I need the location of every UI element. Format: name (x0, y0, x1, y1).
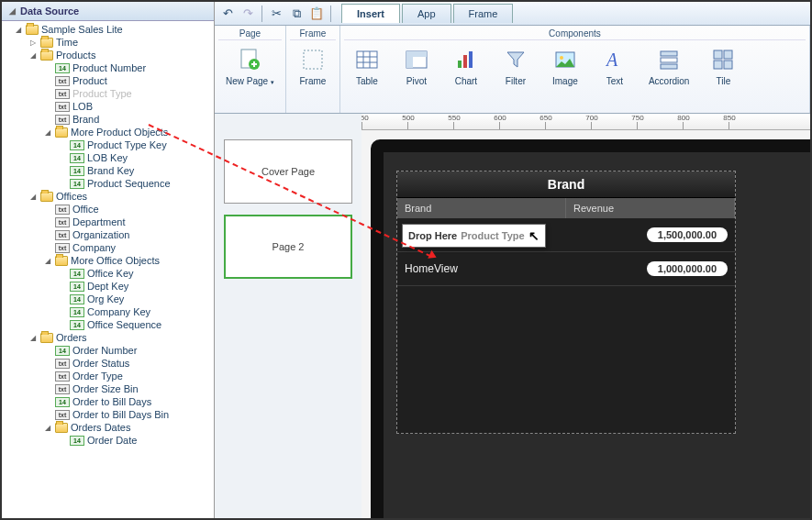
expand-icon[interactable]: ◢ (43, 424, 52, 432)
tree-field[interactable]: 14Product Number (2, 61, 214, 74)
expand-icon[interactable]: ◢ (43, 257, 52, 265)
tree-field[interactable]: txtCompany (2, 241, 214, 254)
tree-folder[interactable]: ◢More Office Objects (2, 254, 214, 267)
expand-icon[interactable]: ◢ (43, 128, 52, 137)
redo-button[interactable]: ↷ (239, 5, 257, 23)
tree-field[interactable]: txtLOB (2, 100, 214, 113)
tree-label: Product Type (72, 88, 132, 99)
ruler-tick: 450 (362, 122, 407, 129)
text-field-icon: txt (55, 115, 70, 125)
tree-folder[interactable]: ◢Products (2, 49, 214, 61)
undo-button[interactable]: ↶ (218, 5, 237, 23)
number-field-icon: 14 (55, 63, 70, 73)
tree-field[interactable]: 14Brand Key (2, 164, 214, 177)
cell-revenue-1: 1,000,000.00 (647, 261, 728, 276)
tree-field[interactable]: 14LOB Key (2, 151, 214, 164)
tree-field[interactable]: 14Product Sequence (2, 177, 214, 190)
tab-frame[interactable]: Frame (453, 4, 514, 23)
expand-icon[interactable]: ◢ (28, 334, 38, 342)
filter-icon (503, 47, 528, 72)
tile-button[interactable]: Tile (700, 43, 746, 90)
folder-icon (40, 50, 53, 61)
collapse-icon[interactable]: ◢ (7, 6, 17, 16)
expand-icon[interactable]: ◢ (14, 26, 23, 34)
tree-field[interactable]: 14Order to Bill Days (2, 395, 214, 408)
expand-icon[interactable]: ◢ (28, 193, 38, 201)
col-header-revenue[interactable]: Revenue (566, 198, 735, 218)
tree-label: LOB Key (87, 152, 128, 163)
tree-field[interactable]: txtOrder to Bill Days Bin (2, 408, 214, 421)
tree-field[interactable]: txtOrder Status (2, 357, 214, 370)
tree-field[interactable]: 14Company Key (2, 305, 214, 318)
tree-field[interactable]: 14Order Number (2, 344, 214, 357)
text-field-icon: txt (55, 230, 70, 240)
ribbon-group-page: Page New Page ▾ (215, 26, 286, 113)
thumb-cover-page[interactable]: Cover Page (224, 139, 352, 204)
number-field-icon: 14 (70, 269, 84, 279)
tree-folder[interactable]: ◢More Product Objects (2, 126, 214, 138)
text-button[interactable]: A Text (592, 43, 638, 90)
accordion-button[interactable]: Accordion (641, 43, 696, 90)
col-header-brand[interactable]: Brand (397, 198, 566, 218)
tree-field[interactable]: txtOrder Type (2, 370, 214, 382)
tree-folder[interactable]: ◢Orders Dates (2, 421, 214, 434)
tree-field[interactable]: txtBrand (2, 113, 214, 126)
paste-button[interactable]: 📋 (307, 5, 326, 23)
folder-icon (40, 38, 53, 48)
tree-label: Time (56, 37, 78, 48)
data-source-header[interactable]: ◢ Data Source (2, 2, 214, 21)
expand-icon[interactable]: ◢ (28, 51, 38, 60)
table-row[interactable]: HomeView 1,000,000.00 (397, 252, 735, 286)
tree-field[interactable]: 14Office Key (2, 267, 214, 280)
frame-icon (300, 47, 326, 72)
copy-button[interactable]: ⧉ (287, 5, 306, 23)
pivot-button[interactable]: Pivot (394, 43, 439, 90)
svg-rect-3 (357, 51, 377, 68)
toolbar: ↶ ↷ ✂ ⧉ 📋 Insert App Frame (215, 2, 810, 26)
tree-label: Order Date (87, 435, 137, 446)
frame-button[interactable]: Frame (290, 43, 336, 90)
tree-folder[interactable]: ◢Orders (2, 331, 214, 344)
number-field-icon: 14 (70, 282, 84, 292)
tree-field[interactable]: txtProduct Type (2, 87, 214, 100)
brand-widget[interactable]: Brand Brand Revenue 1,500,000.00 HomeVie… (396, 171, 736, 434)
tree-field[interactable]: txtDepartment (2, 216, 214, 228)
tree-field[interactable]: 14Dept Key (2, 280, 214, 293)
ribbon-tabs: Insert App Frame (341, 4, 515, 23)
tree-label: Office Key (87, 268, 134, 279)
drop-target[interactable]: Drop Here Product Type ↖ (402, 224, 546, 248)
field-tree[interactable]: ◢Sample Sales Lite▷Time◢Products14Produc… (2, 21, 214, 518)
tree-field[interactable]: txtOrder Size Bin (2, 382, 214, 395)
tree-folder[interactable]: ▷Time (2, 36, 214, 49)
design-canvas[interactable]: Brand Brand Revenue 1,500,000.00 HomeVie… (362, 130, 810, 518)
tab-insert[interactable]: Insert (341, 4, 400, 23)
tab-app[interactable]: App (402, 4, 451, 23)
tree-field[interactable]: 14Office Sequence (2, 318, 214, 331)
expand-icon[interactable]: ▷ (28, 39, 38, 47)
tree-label: Product Sequence (87, 178, 171, 189)
tree-folder[interactable]: ◢Offices (2, 190, 214, 203)
tree-field[interactable]: 14Order Date (2, 434, 214, 447)
new-page-button[interactable]: New Page ▾ (218, 43, 282, 90)
ruler-tick: 750 (637, 122, 683, 129)
tree-label: Order Size Bin (72, 383, 139, 394)
tree-label: Order Type (72, 371, 123, 382)
tree-field[interactable]: txtOrganization (2, 228, 214, 241)
ribbon-group-components: Components Table Pivot Chart (340, 26, 810, 113)
text-icon: A (602, 47, 628, 72)
tree-field[interactable]: txtProduct (2, 74, 214, 87)
chart-button[interactable]: Chart (443, 43, 489, 90)
pivot-icon (404, 47, 429, 72)
thumb-page-2[interactable]: Page 2 (224, 215, 352, 279)
cut-button[interactable]: ✂ (267, 5, 285, 23)
text-field-icon: txt (55, 205, 70, 215)
filter-button[interactable]: Filter (493, 43, 539, 90)
image-button[interactable]: Image (542, 43, 588, 90)
svg-rect-10 (406, 51, 427, 57)
ruler-tick: 500 (407, 122, 453, 129)
tree-folder[interactable]: ◢Sample Sales Lite (2, 23, 214, 36)
tree-field[interactable]: txtOffice (2, 203, 214, 216)
tree-field[interactable]: 14Org Key (2, 293, 214, 305)
table-button[interactable]: Table (344, 43, 390, 90)
svg-rect-23 (724, 61, 732, 69)
